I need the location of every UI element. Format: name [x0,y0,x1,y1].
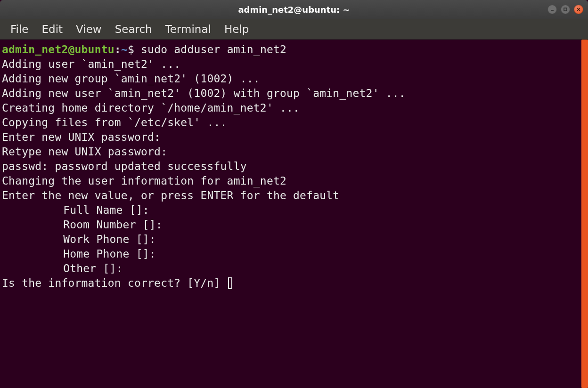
command-text: sudo adduser amin_net2 [141,43,286,56]
output-line: Enter the new value, or press ENTER for … [2,188,586,203]
close-button[interactable] [574,5,583,14]
output-line: Adding new user `amin_net2' (1002) with … [2,86,586,101]
minimize-icon [550,7,555,12]
menu-view[interactable]: View [69,21,108,37]
scrollbar-thumb[interactable] [581,40,588,388]
scrollbar-track[interactable] [581,40,588,388]
menu-search[interactable]: Search [108,21,159,37]
output-line: Creating home directory `/home/amin_net2… [2,101,586,115]
menu-help[interactable]: Help [218,21,255,37]
window-titlebar: admin_net2@ubuntu: ~ [0,0,588,19]
terminal-cursor [228,277,232,289]
menu-edit[interactable]: Edit [35,21,70,37]
output-line: Changing the user information for amin_n… [2,174,586,188]
menu-bar: File Edit View Search Terminal Help [0,19,588,40]
prompt-user-host: admin_net2@ubuntu [2,43,114,56]
output-line: Retype new UNIX password: [2,145,586,159]
output-line: Copying files from `/etc/skel' ... [2,115,586,130]
menu-file[interactable]: File [4,21,35,37]
menu-terminal[interactable]: Terminal [159,21,218,37]
terminal-viewport[interactable]: admin_net2@ubuntu:~$ sudo adduser amin_n… [0,40,588,388]
output-line: Enter new UNIX password: [2,130,586,145]
output-field: Full Name []: [2,203,586,218]
output-line: Adding new group `amin_net2' (1002) ... [2,72,586,86]
output-field: Other []: [2,261,586,276]
output-field: Work Phone []: [2,232,586,247]
minimize-button[interactable] [547,5,557,14]
svg-rect-1 [564,8,567,11]
output-field: Home Phone []: [2,247,586,261]
maximize-icon [563,7,568,12]
output-confirm-line: Is the information correct? [Y/n] [2,276,586,291]
window-controls [547,5,583,14]
output-line: passwd: password updated successfully [2,159,586,174]
prompt-path: ~ [121,43,128,56]
output-field: Room Number []: [2,218,586,232]
maximize-button[interactable] [561,5,570,14]
confirm-text: Is the information correct? [Y/n] [2,277,227,289]
prompt-symbol: $ [128,43,134,56]
prompt-line: admin_net2@ubuntu:~$ sudo adduser amin_n… [2,42,586,57]
close-icon [576,7,581,12]
output-line: Adding user `amin_net2' ... [2,57,586,72]
prompt-separator: : [114,43,121,56]
window-title: admin_net2@ubuntu: ~ [238,5,350,15]
